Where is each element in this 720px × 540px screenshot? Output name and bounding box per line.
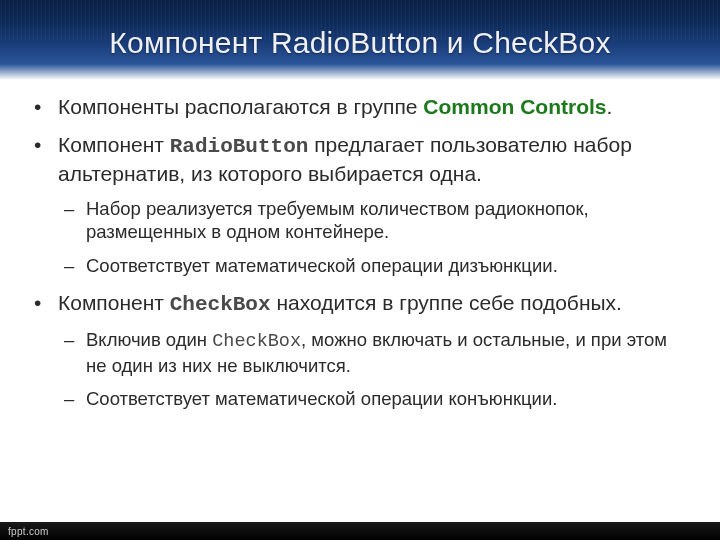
slide-footer: fppt.com bbox=[0, 522, 720, 540]
sub-bullet-text: Набор реализуется требуемым количеством … bbox=[86, 198, 589, 243]
bullet-text: Компоненты располагаются в группе bbox=[58, 95, 423, 118]
bullet-text: Компонент bbox=[58, 291, 170, 314]
slide-body: Компоненты располагаются в группе Common… bbox=[0, 80, 720, 411]
footer-text: fppt.com bbox=[8, 526, 49, 537]
bullet-text: Компонент bbox=[58, 133, 170, 156]
bullet-item: Компоненты располагаются в группе Common… bbox=[54, 94, 690, 120]
sub-bullet-item: Набор реализуется требуемым количеством … bbox=[86, 197, 690, 244]
sub-bullet-text: Включив один bbox=[86, 329, 212, 350]
highlight-code: CheckBox bbox=[212, 331, 301, 352]
slide-title: Компонент RadioButton и CheckBox bbox=[109, 26, 610, 60]
sub-bullet-list: Набор реализуется требуемым количеством … bbox=[58, 197, 690, 278]
highlight-code: CheckBox bbox=[170, 293, 271, 316]
sub-bullet-list: Включив один CheckBox, можно включать и … bbox=[58, 328, 690, 411]
bullet-list: Компоненты располагаются в группе Common… bbox=[30, 94, 690, 411]
sub-bullet-text: Соответствует математической операции ди… bbox=[86, 255, 558, 276]
sub-bullet-item: Соответствует математической операции ко… bbox=[86, 387, 690, 411]
highlight-code: RadioButton bbox=[170, 135, 309, 158]
bullet-item: Компонент CheckBox находится в группе се… bbox=[54, 290, 690, 411]
slide-header: Компонент RadioButton и CheckBox bbox=[0, 0, 720, 80]
sub-bullet-text: Соответствует математической операции ко… bbox=[86, 388, 557, 409]
highlight-green: Common Controls bbox=[423, 95, 606, 118]
bullet-text: находится в группе себе подобных. bbox=[271, 291, 622, 314]
sub-bullet-item: Включив один CheckBox, можно включать и … bbox=[86, 328, 690, 377]
sub-bullet-item: Соответствует математической операции ди… bbox=[86, 254, 690, 278]
bullet-item: Компонент RadioButton предлагает пользов… bbox=[54, 132, 690, 278]
bullet-text: . bbox=[606, 95, 612, 118]
